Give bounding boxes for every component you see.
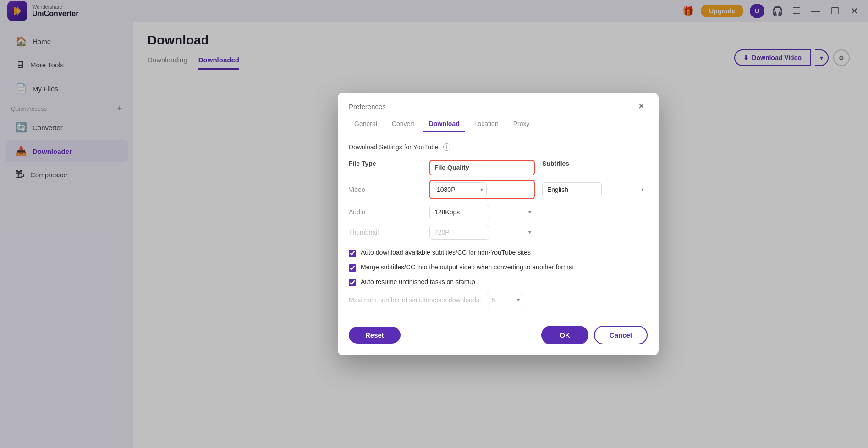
thumbnail-quality-arrow: ▾ [528, 229, 531, 235]
sim-downloads-label: Maximum number of simultaneous downloads… [349, 296, 481, 304]
sim-downloads-row: Maximum number of simultaneous downloads… [349, 293, 648, 307]
dialog-title: Preferences [349, 103, 386, 110]
merge-subtitles-checkbox[interactable] [349, 264, 356, 272]
auto-resume-label: Auto resume unfinished tasks on startup [361, 278, 475, 285]
file-type-header: File Type [349, 160, 422, 175]
checkbox-merge-subtitles: Merge subtitles/CC into the output video… [349, 263, 648, 272]
section-title-text: Download Settings for YouTube: [349, 143, 440, 151]
sim-downloads-select[interactable]: 5 3 10 [487, 293, 523, 307]
subtitles-header: Subtitles [542, 160, 648, 175]
subtitles-arrow: ▾ [641, 186, 644, 193]
video-quality-box: 1080P 720P 480P 360P ▾ [429, 180, 535, 199]
audio-quality-select[interactable]: 128Kbps 256Kbps 320Kbps [429, 205, 489, 219]
tab-convert[interactable]: Convert [386, 116, 420, 132]
dialog-close-button[interactable]: ✕ [635, 100, 648, 113]
video-label: Video [349, 186, 422, 193]
audio-quality-wrapper: 128Kbps 256Kbps 320Kbps ▾ [429, 205, 535, 219]
thumbnail-quality-wrapper: 720P 1080P ▾ [429, 225, 535, 240]
thumbnail-label: Thumbnail [349, 229, 422, 236]
video-quality-select[interactable]: 1080P 720P 480P 360P [432, 182, 487, 197]
thumbnail-row: Thumbnail 720P 1080P ▾ [349, 225, 648, 240]
dialog-header: Preferences ✕ [338, 93, 659, 113]
audio-label: Audio [349, 208, 422, 216]
section-title: Download Settings for YouTube: i [349, 143, 648, 151]
preferences-dialog: Preferences ✕ General Convert Download L… [338, 93, 659, 355]
subtitles-language-wrapper: English Spanish French ▾ [542, 182, 648, 197]
video-row: Video 1080P 720P 480P 360P ▾ English Spa… [349, 180, 648, 199]
subtitles-language-select[interactable]: English Spanish French [542, 182, 602, 197]
tab-download[interactable]: Download [423, 116, 465, 132]
sim-downloads-wrapper: 5 3 10 ▾ [487, 293, 523, 307]
settings-header-row: File Type File Quality Subtitles [349, 160, 648, 175]
merge-subtitles-label: Merge subtitles/CC into the output video… [361, 263, 574, 271]
tab-proxy[interactable]: Proxy [508, 116, 535, 132]
footer-right: OK Cancel [541, 326, 648, 344]
checkbox-auto-resume: Auto resume unfinished tasks on startup [349, 278, 648, 286]
auto-subtitles-checkbox[interactable] [349, 250, 356, 257]
cancel-button[interactable]: Cancel [594, 326, 648, 344]
auto-subtitles-label: Auto download available subtitles/CC for… [361, 249, 531, 256]
file-quality-box: File Quality [429, 160, 535, 175]
dialog-tabs: General Convert Download Location Proxy [338, 113, 659, 132]
file-quality-header: File Quality [432, 162, 533, 173]
dialog-footer: Reset OK Cancel [338, 318, 659, 355]
ok-button[interactable]: OK [541, 326, 588, 344]
audio-quality-arrow: ▾ [528, 209, 531, 215]
info-icon[interactable]: i [443, 143, 450, 151]
thumbnail-quality-select[interactable]: 720P 1080P [429, 225, 489, 240]
dialog-body: Download Settings for YouTube: i File Ty… [338, 132, 659, 318]
tab-location[interactable]: Location [469, 116, 504, 132]
auto-resume-checkbox[interactable] [349, 279, 356, 286]
tab-general[interactable]: General [349, 116, 383, 132]
reset-button[interactable]: Reset [349, 327, 401, 344]
audio-row: Audio 128Kbps 256Kbps 320Kbps ▾ [349, 205, 648, 219]
video-quality-wrapper: 1080P 720P 480P 360P ▾ [432, 182, 487, 197]
checkbox-auto-subtitles: Auto download available subtitles/CC for… [349, 249, 648, 257]
